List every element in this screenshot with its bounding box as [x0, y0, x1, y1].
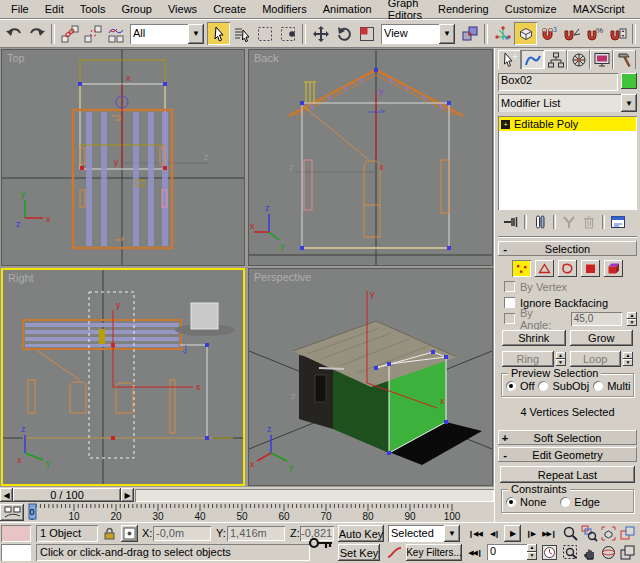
- edit-geometry-rollout-header[interactable]: - Edit Geometry: [498, 447, 637, 462]
- key-mode-dropdown[interactable]: Selected ▼: [388, 525, 460, 542]
- y-coordinate-field[interactable]: 1,416m: [227, 526, 285, 541]
- viewport-label[interactable]: Right: [8, 272, 34, 284]
- expand-icon[interactable]: +: [501, 120, 510, 129]
- play-animation-button[interactable]: ▶: [504, 525, 521, 542]
- viewport-top[interactable]: z: [1, 49, 245, 266]
- track-bar-ruler[interactable]: 01020304050607080901000: [24, 503, 492, 522]
- viewport-label[interactable]: Perspective: [254, 271, 311, 283]
- preview-off-radio[interactable]: [506, 381, 516, 391]
- rectangular-selection-region-button[interactable]: [253, 22, 276, 45]
- zoom-all-button[interactable]: [581, 525, 598, 542]
- polygon-subobject-button[interactable]: [581, 260, 600, 277]
- key-mode-toggle-button[interactable]: ◀◀❙: [466, 545, 484, 560]
- select-and-move-button[interactable]: [309, 22, 332, 45]
- time-slider-handle[interactable]: 0 / 100: [13, 488, 121, 502]
- modifier-stack-entry[interactable]: + Editable Poly: [499, 117, 636, 131]
- zoom-extents-all-button[interactable]: [619, 525, 636, 542]
- object-color-swatch[interactable]: [621, 73, 637, 89]
- keyboard-shortcut-override-toggle[interactable]: [514, 22, 537, 45]
- dropdown-arrow-icon[interactable]: ▼: [444, 525, 460, 542]
- menu-rendering[interactable]: Rendering: [430, 1, 497, 18]
- go-to-start-button[interactable]: ❙◀◀: [466, 526, 484, 541]
- menu-help[interactable]: Help: [633, 1, 640, 18]
- grow-button[interactable]: Grow: [570, 330, 634, 346]
- dropdown-arrow-icon[interactable]: ▼: [621, 94, 637, 112]
- window-crossing-toggle-button[interactable]: [276, 22, 299, 45]
- modifier-stack[interactable]: + Editable Poly: [498, 116, 637, 210]
- time-slider-prev-button[interactable]: ◀: [0, 488, 13, 502]
- viewport-label[interactable]: Top: [7, 52, 25, 64]
- tab-hierarchy[interactable]: [544, 50, 567, 69]
- unlink-selection-button[interactable]: [81, 22, 104, 45]
- shrink-button[interactable]: Shrink: [502, 330, 566, 346]
- by-vertex-checkbox[interactable]: [504, 281, 515, 292]
- menu-animation[interactable]: Animation: [315, 1, 380, 18]
- spinner-snap-toggle-button[interactable]: [606, 22, 629, 45]
- absolute-offset-mode-toggle[interactable]: [121, 525, 138, 542]
- time-slider-next-button[interactable]: ▶: [121, 488, 134, 502]
- angle-snap-toggle-button[interactable]: [560, 22, 583, 45]
- menu-file[interactable]: File: [3, 1, 37, 18]
- by-angle-spinner[interactable]: ▲▼: [627, 312, 637, 326]
- menu-edit[interactable]: Edit: [37, 1, 72, 18]
- constraints-edge-radio[interactable]: [560, 497, 570, 507]
- menu-modifiers[interactable]: Modifiers: [254, 1, 315, 18]
- select-by-name-button[interactable]: [230, 22, 253, 45]
- redo-button[interactable]: [25, 22, 48, 45]
- viewport-right-active[interactable]: y x z x y Right: [1, 268, 245, 486]
- tab-display[interactable]: [590, 50, 613, 69]
- ignore-backfacing-checkbox[interactable]: [504, 297, 515, 308]
- maxscript-mini-listener[interactable]: [1, 544, 31, 561]
- element-subobject-button[interactable]: [604, 260, 623, 277]
- time-configuration-button[interactable]: [541, 544, 558, 561]
- loop-spinner[interactable]: ▲▼: [623, 352, 633, 366]
- set-key-button[interactable]: Set Key: [338, 544, 380, 561]
- use-pivot-center-button[interactable]: [458, 22, 481, 45]
- select-and-rotate-button[interactable]: [332, 22, 355, 45]
- current-frame-field[interactable]: 0: [487, 544, 527, 560]
- menu-customize[interactable]: Customize: [497, 1, 565, 18]
- open-mini-curve-editor-button[interactable]: [0, 504, 24, 521]
- viewport-perspective[interactable]: y x z z x y Perspective: [248, 268, 493, 486]
- selection-filter-dropdown[interactable]: All ▼: [130, 24, 204, 44]
- menu-maxscript[interactable]: MAXScript: [565, 1, 633, 18]
- zoom-extents-button[interactable]: [600, 525, 617, 542]
- preview-multi-radio[interactable]: [593, 381, 603, 391]
- macro-recorder-mini-listener[interactable]: [1, 525, 31, 542]
- time-slider-track[interactable]: [135, 489, 494, 502]
- edge-subobject-button[interactable]: [535, 260, 554, 277]
- by-angle-checkbox[interactable]: [504, 313, 515, 324]
- reference-coordinate-dropdown[interactable]: View ▼: [381, 24, 455, 44]
- vertex-subobject-button[interactable]: [512, 260, 531, 277]
- default-tangent-button[interactable]: [386, 544, 403, 561]
- zoom-region-button[interactable]: [562, 544, 579, 561]
- make-unique-button[interactable]: [560, 214, 578, 230]
- x-coordinate-field[interactable]: -0,0m: [153, 526, 211, 541]
- menu-views[interactable]: Views: [160, 1, 205, 18]
- min-max-toggle-button[interactable]: [619, 544, 636, 561]
- zoom-button[interactable]: [562, 525, 579, 542]
- tab-modify[interactable]: [521, 50, 544, 69]
- menu-tools[interactable]: Tools: [72, 1, 114, 18]
- selection-rollout-header[interactable]: - Selection: [498, 241, 637, 256]
- menu-group[interactable]: Group: [113, 1, 160, 18]
- loop-button[interactable]: Loop: [570, 351, 622, 367]
- constraints-none-radio[interactable]: [506, 497, 516, 507]
- menu-create[interactable]: Create: [205, 1, 254, 18]
- percent-snap-toggle-button[interactable]: %: [583, 22, 606, 45]
- tab-create[interactable]: [498, 50, 521, 69]
- object-name-field[interactable]: Box02: [498, 73, 618, 91]
- by-angle-field[interactable]: 45,0: [571, 312, 622, 326]
- viewport-label[interactable]: Back: [254, 52, 278, 64]
- go-to-end-button[interactable]: ▶▶❙: [540, 526, 558, 541]
- set-keys-button[interactable]: [308, 533, 334, 559]
- snaps-toggle-button[interactable]: 3: [537, 22, 560, 45]
- show-end-result-button[interactable]: [531, 214, 549, 230]
- soft-selection-rollout-header[interactable]: + Soft Selection: [498, 430, 637, 445]
- bind-to-space-warp-button[interactable]: [104, 22, 127, 45]
- remove-modifier-button[interactable]: [580, 214, 598, 230]
- auto-key-button[interactable]: Auto Key: [338, 525, 384, 542]
- key-filters-button[interactable]: Key Filters...: [406, 544, 462, 561]
- selection-lock-toggle[interactable]: [101, 525, 118, 542]
- select-object-button[interactable]: [207, 22, 230, 45]
